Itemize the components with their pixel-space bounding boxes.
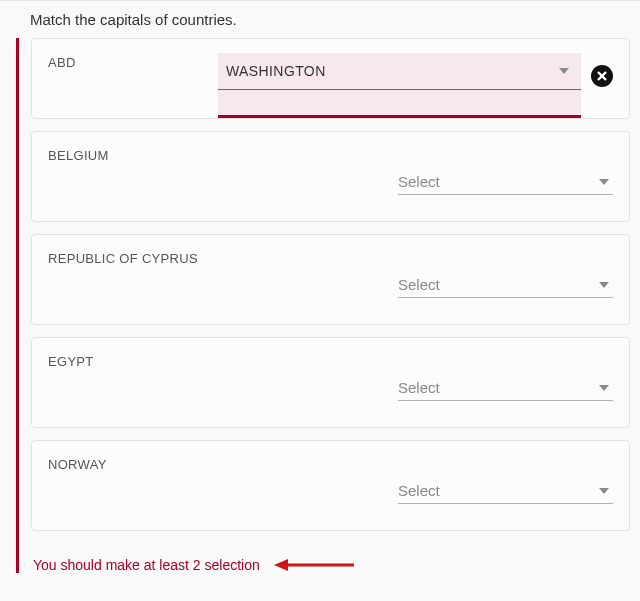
annotation-arrow-icon — [274, 558, 354, 572]
select-placeholder: Select — [398, 173, 440, 190]
chevron-down-icon — [599, 385, 609, 391]
svg-marker-3 — [274, 559, 288, 571]
error-left-bar — [16, 38, 19, 573]
chevron-down-icon — [599, 179, 609, 185]
close-icon — [596, 70, 608, 82]
question-title: Match the capitals of countries. — [10, 11, 630, 38]
error-message: You should make at least 2 selection — [33, 557, 260, 573]
match-row: BELGIUM Select — [31, 131, 630, 222]
select-placeholder: Select — [398, 379, 440, 396]
clear-selection-button[interactable] — [591, 65, 613, 87]
country-label: REPUBLIC OF CYPRUS — [48, 249, 613, 266]
chevron-down-icon — [599, 282, 609, 288]
capital-select[interactable]: Select — [398, 169, 613, 195]
country-label: ABD — [48, 53, 208, 70]
capital-select[interactable]: Select — [398, 272, 613, 298]
match-row: EGYPT Select — [31, 337, 630, 428]
match-row: ABD WASHINGTON — [31, 38, 630, 119]
capital-select[interactable]: Select — [398, 478, 613, 504]
chevron-down-icon — [599, 488, 609, 494]
country-label: BELGIUM — [48, 146, 613, 163]
chevron-down-icon — [559, 68, 569, 74]
match-row: NORWAY Select — [31, 440, 630, 531]
country-label: EGYPT — [48, 352, 613, 369]
validation-error: You should make at least 2 selection — [31, 543, 630, 573]
select-placeholder: Select — [398, 482, 440, 499]
select-highlight-underline — [218, 90, 581, 118]
select-placeholder: Select — [398, 276, 440, 293]
match-row: REPUBLIC OF CYPRUS Select — [31, 234, 630, 325]
country-label: NORWAY — [48, 455, 613, 472]
capital-select[interactable]: WASHINGTON — [218, 53, 581, 90]
select-value: WASHINGTON — [226, 63, 326, 79]
capital-select[interactable]: Select — [398, 375, 613, 401]
